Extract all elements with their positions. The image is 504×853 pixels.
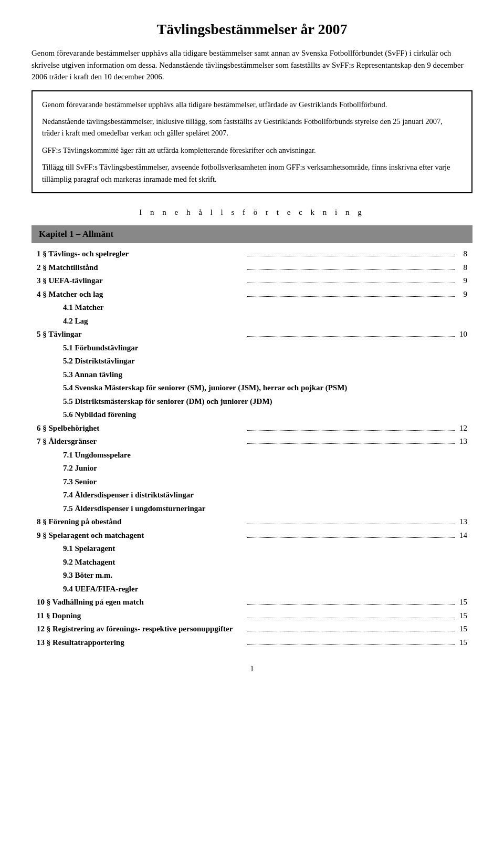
toc-item-11: 11 § Dopning 15 [37, 609, 467, 623]
toc-sub5-5: 5.5 Distriktsmästerskap för seniorer (DM… [63, 395, 467, 409]
toc-sub5-3: 5.3 Annan tävling [63, 368, 467, 382]
toc-item-6: 6 § Spelbehörighet 12 [37, 422, 467, 435]
intro-paragraph: Genom förevarande bestämmelser upphävs a… [32, 47, 472, 83]
toc-sub9-1: 9.1 Spelaragent [63, 542, 467, 556]
toc-sub9: 9.1 Spelaragent 9.2 Matchagent 9.3 Böter… [37, 542, 467, 596]
toc-sub5-4: 5.4 Svenska Mästerskap för seniorer (SM)… [63, 381, 467, 395]
toc-sub9-3: 9.3 Böter m.m. [63, 569, 467, 582]
toc-heading: I n n e h å l l s f ö r t e c k n i n g [32, 208, 472, 217]
toc-sub7: 7.1 Ungdomsspelare 7.2 Junior 7.3 Senior… [37, 449, 467, 516]
chapter1-header: Kapitel 1 – Allmänt [32, 225, 472, 243]
toc-item-4: 4 § Matcher och lag 9 [37, 288, 467, 301]
page-title: Tävlingsbestämmelser år 2007 [32, 21, 472, 38]
toc-item-8: 8 § Förening på obestånd 13 [37, 515, 467, 529]
toc-sub7-3: 7.3 Senior [63, 475, 467, 489]
toc-item-5: 5 § Tävlingar 10 [37, 328, 467, 341]
toc-item-2: 2 § Matchtillstånd 8 [37, 261, 467, 275]
notice-line2: Nedanstående tävlingsbestämmelser, inklu… [42, 116, 462, 139]
notice-line3: GFF:s Tävlingskommitté äger rätt att utf… [42, 144, 462, 156]
toc-sub5-1: 5.1 Förbundstävlingar [63, 341, 467, 355]
toc-sub4-1: 4.1 Matcher [63, 301, 467, 315]
toc-chapter1: 1 § Tävlings- och spelregler 8 2 § Match… [32, 247, 472, 649]
toc-sub7-2: 7.2 Junior [63, 462, 467, 475]
toc-sub7-4: 7.4 Åldersdispenser i distriktstävlingar [63, 488, 467, 502]
toc-sub7-5: 7.5 Åldersdispenser i ungdomsturneringar [63, 502, 467, 516]
toc-item-9: 9 § Spelaragent och matchagent 14 [37, 529, 467, 543]
notice-line4: Tillägg till SvFF:s Tävlingsbestämmelser… [42, 161, 462, 185]
toc-item-12: 12 § Registrering av förenings- respekti… [37, 622, 467, 636]
toc-sub4-2: 4.2 Lag [63, 315, 467, 328]
toc-sub9-4: 9.4 UEFA/FIFA-regler [63, 582, 467, 596]
toc-sub4: 4.1 Matcher 4.2 Lag [37, 301, 467, 328]
toc-sub7-1: 7.1 Ungdomsspelare [63, 449, 467, 462]
toc-item-13: 13 § Resultatrapportering 15 [37, 636, 467, 650]
page-number: 1 [32, 665, 472, 673]
notice-box: Genom förevarande bestämmelser upphävs a… [32, 90, 472, 194]
toc-item-3: 3 § UEFA-tävlingar 9 [37, 274, 467, 288]
toc-sub9-2: 9.2 Matchagent [63, 556, 467, 569]
toc-sub5-6: 5.6 Nybildad förening [63, 408, 467, 422]
notice-line1: Genom förevarande bestämmelser upphävs a… [42, 99, 462, 110]
toc-sub5-2: 5.2 Distriktstävlingar [63, 355, 467, 368]
toc-item-7: 7 § Åldersgränser 13 [37, 435, 467, 449]
toc-sub5: 5.1 Förbundstävlingar 5.2 Distriktstävli… [37, 341, 467, 422]
toc-item-1: 1 § Tävlings- och spelregler 8 [37, 247, 467, 261]
toc-item-10: 10 § Vadhållning på egen match 15 [37, 596, 467, 609]
